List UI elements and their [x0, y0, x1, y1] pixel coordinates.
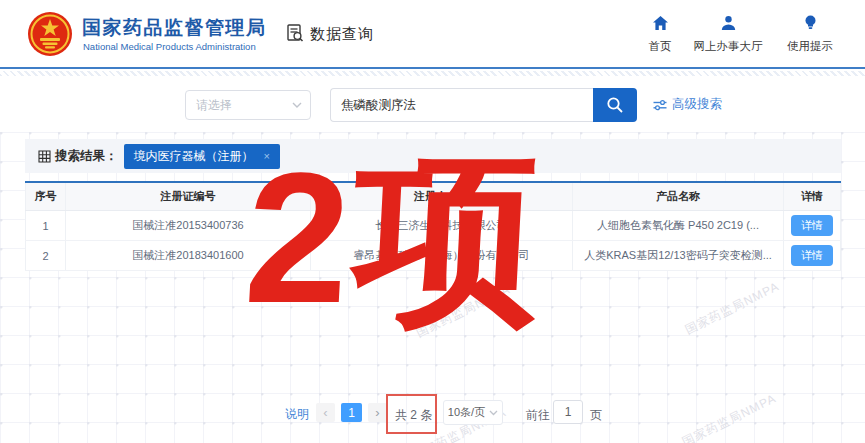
org-title: 国家药品监督管理局 — [82, 15, 267, 41]
nav-service-hall[interactable]: 网上办事大厅 — [683, 14, 773, 54]
nav-usage-tips[interactable]: 使用提示 — [765, 14, 855, 54]
prev-page-button[interactable]: ‹ — [316, 403, 335, 422]
cell-no: 2 — [25, 241, 66, 270]
column-header-detail: 详情 — [784, 183, 841, 210]
goto-page-input[interactable] — [553, 400, 583, 424]
advanced-search-label: 高级搜索 — [672, 96, 722, 113]
cell-product: 人细胞色素氧化酶 P450 2C19 (... — [573, 211, 784, 240]
goto-page-label: 前往 — [526, 407, 550, 424]
user-icon — [720, 14, 737, 32]
org-subtitle: National Medical Products Administration — [83, 41, 256, 52]
search-button[interactable] — [593, 88, 637, 122]
page-size-select[interactable]: 10条/页 — [443, 400, 503, 425]
note-link[interactable]: 说明 — [285, 406, 309, 423]
cell-no: 1 — [25, 211, 66, 240]
keyword-input[interactable] — [330, 88, 593, 122]
page-1-button[interactable]: 1 — [341, 403, 362, 422]
category-select-placeholder: 请选择 — [196, 97, 292, 114]
result-count-stamp: 2项 — [241, 140, 551, 335]
national-emblem-logo — [27, 11, 73, 57]
total-count-highlight-box — [386, 394, 437, 434]
next-page-button[interactable]: › — [368, 403, 387, 422]
cell-detail: 详情 — [784, 211, 841, 240]
page-size-value: 10条/页 — [448, 405, 485, 420]
filter-tag-label: 境内医疗器械（注册） — [134, 148, 254, 165]
column-header-no: 序号 — [25, 183, 66, 210]
app-title: 数据查询 — [310, 25, 374, 44]
home-icon — [652, 14, 669, 32]
column-header-product: 产品名称 — [573, 183, 784, 210]
nav-usage-tips-label: 使用提示 — [765, 39, 855, 54]
advanced-search-link[interactable]: 高级搜索 — [653, 96, 722, 113]
chevron-down-icon — [489, 410, 498, 416]
site-header: 国家药品监督管理局 National Medical Products Admi… — [0, 0, 865, 69]
chevron-down-icon — [292, 102, 302, 108]
cell-product: 人类KRAS基因12/13密码子突变检测... — [573, 241, 784, 270]
detail-button[interactable]: 详情 — [791, 215, 833, 236]
lightbulb-icon — [803, 14, 818, 32]
header-divider-hatch — [0, 71, 865, 76]
nmpa-data-query-page: 国家药品监督管理局 National Medical Products Admi… — [0, 0, 865, 443]
detail-button[interactable]: 详情 — [791, 245, 833, 266]
grid-table-icon — [38, 150, 51, 163]
cell-detail: 详情 — [784, 241, 841, 270]
search-results-label: 搜索结果： — [55, 148, 118, 165]
category-select[interactable]: 请选择 — [185, 90, 311, 120]
goto-page-unit: 页 — [590, 407, 602, 424]
nav-service-hall-label: 网上办事大厅 — [683, 39, 773, 54]
filter-sliders-icon — [653, 99, 667, 111]
document-search-icon — [285, 23, 305, 43]
search-icon — [606, 96, 624, 114]
